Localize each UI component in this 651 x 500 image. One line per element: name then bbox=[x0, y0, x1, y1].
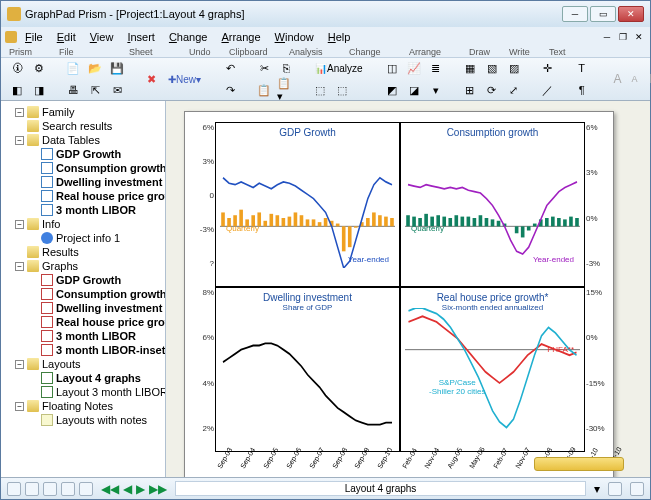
prism-4-icon[interactable]: ◨ bbox=[29, 80, 49, 100]
tree-item[interactable]: 3 month LIBOR-inset bbox=[56, 344, 165, 356]
tree-item[interactable]: Layout 3 month LIBOR bbox=[56, 386, 166, 398]
chg-6-icon[interactable]: ▾ bbox=[426, 80, 446, 100]
tree-item[interactable]: Real house price growth bbox=[56, 316, 166, 328]
write-para-icon[interactable]: ¶ bbox=[572, 80, 592, 100]
expand-icon[interactable]: − bbox=[15, 136, 24, 145]
close-button[interactable]: ✕ bbox=[618, 6, 644, 22]
expand-icon[interactable]: − bbox=[15, 360, 24, 369]
footer-link-icon[interactable] bbox=[608, 482, 622, 496]
tree-item[interactable]: Consumption growth bbox=[56, 162, 166, 174]
tree-family[interactable]: Family bbox=[42, 106, 74, 118]
footer-results-icon[interactable] bbox=[43, 482, 57, 496]
chart-0[interactable]: GDP Growth6%3%0-3%?QuarterlyYear-ended bbox=[215, 122, 400, 287]
redo-icon[interactable]: ↷ bbox=[220, 80, 240, 100]
file-save-icon[interactable]: 💾 bbox=[107, 58, 127, 78]
menu-insert[interactable]: Insert bbox=[121, 29, 161, 45]
footer-layout-icon[interactable] bbox=[79, 482, 93, 496]
tree-search[interactable]: Search results bbox=[42, 120, 112, 132]
tree-item[interactable]: GDP Growth bbox=[56, 274, 121, 286]
write-text-icon[interactable]: T bbox=[572, 58, 592, 78]
menu-change[interactable]: Change bbox=[163, 29, 214, 45]
tree-datatables[interactable]: Data Tables bbox=[42, 134, 100, 146]
tree-item[interactable]: Layout 4 graphs bbox=[56, 372, 141, 384]
layout-page[interactable]: GDP Growth6%3%0-3%?QuarterlyYear-endedCo… bbox=[184, 111, 614, 477]
mdi-restore[interactable]: ❐ bbox=[616, 30, 630, 44]
footer-dropdown-icon[interactable]: ▾ bbox=[594, 482, 600, 496]
nav-prev-icon[interactable]: ◀ bbox=[123, 482, 132, 496]
file-send-icon[interactable]: ✉ bbox=[107, 80, 127, 100]
menu-window[interactable]: Window bbox=[269, 29, 320, 45]
tree-item[interactable]: Consumption growth bbox=[56, 288, 166, 300]
arr-front-icon[interactable]: ▦ bbox=[460, 58, 480, 78]
footer-highlight-icon[interactable] bbox=[630, 482, 644, 496]
expand-icon[interactable]: − bbox=[15, 220, 24, 229]
paste-icon[interactable]: 📋 bbox=[254, 80, 274, 100]
footer-info-icon[interactable] bbox=[25, 482, 39, 496]
cut-icon[interactable]: ✂ bbox=[254, 58, 274, 78]
arr-back-icon[interactable]: ▧ bbox=[482, 58, 502, 78]
tree-item[interactable]: 3 month LIBOR bbox=[56, 330, 136, 342]
footer-sheet-name[interactable]: Layout 4 graphs bbox=[175, 481, 586, 496]
arr-align-icon[interactable]: ⊞ bbox=[460, 80, 480, 100]
mdi-minimize[interactable]: ─ bbox=[600, 30, 614, 44]
tree-item[interactable]: 3 month LIBOR bbox=[56, 204, 136, 216]
nav-first-icon[interactable]: ◀◀ bbox=[101, 482, 119, 496]
chart-1[interactable]: Consumption growth6%3%0%-3%QuarterlyYear… bbox=[400, 122, 585, 287]
analysis-3-icon[interactable]: ⬚ bbox=[332, 80, 352, 100]
file-export-icon[interactable]: ⇱ bbox=[85, 80, 105, 100]
chg-4-icon[interactable]: ◩ bbox=[382, 80, 402, 100]
file-open-icon[interactable]: 📂 bbox=[85, 58, 105, 78]
mdi-close[interactable]: ✕ bbox=[632, 30, 646, 44]
paste-special-icon[interactable]: 📋▾ bbox=[276, 80, 296, 100]
menu-view[interactable]: View bbox=[84, 29, 120, 45]
font-shrink-icon[interactable]: A bbox=[632, 74, 646, 84]
zoom-widget[interactable] bbox=[534, 457, 624, 471]
menu-file[interactable]: File bbox=[19, 29, 49, 45]
footer-table-icon[interactable] bbox=[7, 482, 21, 496]
tree-project-info[interactable]: Project info 1 bbox=[56, 232, 120, 244]
prism-help-icon[interactable]: 🛈 bbox=[7, 58, 27, 78]
chart-2[interactable]: Dwelling investmentShare of GDP8%6%4%2%S… bbox=[215, 287, 400, 452]
nav-next-icon[interactable]: ▶ bbox=[136, 482, 145, 496]
expand-icon[interactable]: − bbox=[15, 108, 24, 117]
undo-icon[interactable]: ↶ bbox=[220, 58, 240, 78]
prism-prefs-icon[interactable]: ⚙ bbox=[29, 58, 49, 78]
tree-results[interactable]: Results bbox=[42, 246, 79, 258]
draw-pick-icon[interactable]: ✛ bbox=[538, 58, 558, 78]
menu-edit[interactable]: Edit bbox=[51, 29, 82, 45]
arr-group-icon[interactable]: ▨ bbox=[504, 58, 524, 78]
file-print-icon[interactable]: 🖶 bbox=[63, 80, 83, 100]
sheet-new-button[interactable]: ✚ New ▾ bbox=[163, 69, 206, 89]
minimize-button[interactable]: ─ bbox=[562, 6, 588, 22]
tree-item[interactable]: GDP Growth bbox=[56, 148, 121, 160]
draw-line-icon[interactable]: ／ bbox=[538, 80, 558, 100]
chg-1-icon[interactable]: ◫ bbox=[382, 58, 402, 78]
prism-3-icon[interactable]: ◧ bbox=[7, 80, 27, 100]
tree-info[interactable]: Info bbox=[42, 218, 60, 230]
arr-rotate-icon[interactable]: ⟳ bbox=[482, 80, 502, 100]
sheet-del-icon[interactable]: ✖ bbox=[141, 69, 161, 89]
tree-notes[interactable]: Floating Notes bbox=[42, 400, 113, 412]
chg-5-icon[interactable]: ◪ bbox=[404, 80, 424, 100]
font-grow-icon[interactable]: A bbox=[614, 72, 628, 86]
tree-item[interactable]: Dwelling investment bbox=[56, 302, 162, 314]
menu-help[interactable]: Help bbox=[322, 29, 357, 45]
tree-item[interactable]: Layouts with notes bbox=[56, 414, 147, 426]
tree-item[interactable]: Real house price growth bbox=[56, 190, 166, 202]
layout-canvas[interactable]: GDP Growth6%3%0-3%?QuarterlyYear-endedCo… bbox=[166, 101, 650, 477]
menu-arrange[interactable]: Arrange bbox=[215, 29, 266, 45]
chg-2-icon[interactable]: 📈 bbox=[404, 58, 424, 78]
maximize-button[interactable]: ▭ bbox=[590, 6, 616, 22]
chg-3-icon[interactable]: ≣ bbox=[426, 58, 446, 78]
footer-graph-icon[interactable] bbox=[61, 482, 75, 496]
nav-last-icon[interactable]: ▶▶ bbox=[149, 482, 167, 496]
copy-icon[interactable]: ⎘ bbox=[276, 58, 296, 78]
tree-graphs[interactable]: Graphs bbox=[42, 260, 78, 272]
tree-item[interactable]: Dwelling investment bbox=[56, 176, 162, 188]
file-new-icon[interactable]: 📄 bbox=[63, 58, 83, 78]
tree-layouts[interactable]: Layouts bbox=[42, 358, 81, 370]
arr-size-icon[interactable]: ⤢ bbox=[504, 80, 524, 100]
expand-icon[interactable]: − bbox=[15, 402, 24, 411]
analyze-button[interactable]: 📊 Analyze bbox=[310, 58, 368, 78]
analysis-2-icon[interactable]: ⬚ bbox=[310, 80, 330, 100]
